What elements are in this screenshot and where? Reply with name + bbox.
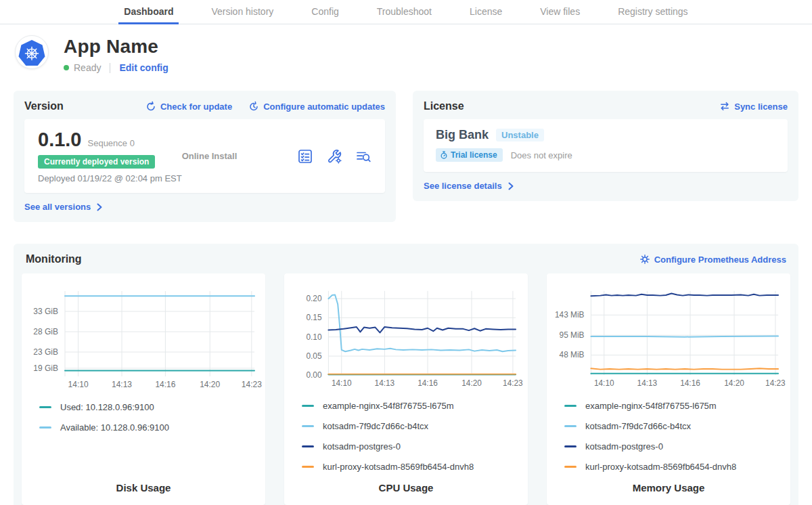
cpu-usage-chart: 14:1014:1314:1614:2014:230.200.150.100.0… [284,280,528,393]
sync-license-label: Sync license [734,102,788,112]
legend-swatch [39,426,51,429]
legend-swatch [39,406,51,408]
channel-badge: Unstable [496,129,544,141]
kubernetes-icon [16,36,48,68]
version-card-title: Version [24,100,64,112]
cpu-usage-legend: example-nginx-54f8f76755-l675mkotsadm-7f… [284,393,528,482]
memory-usage-legend: example-nginx-54f8f76755-l675mkotsadm-7f… [547,393,790,482]
legend-swatch [564,425,577,427]
chart-title-disk: Disk Usage [22,482,265,505]
deployed-timestamp: Deployed 01/19/22 @ 02:04 pm EST [38,173,182,183]
svg-text:48 MiB: 48 MiB [560,350,585,359]
app-header: App Name Ready Edit config [0,24,812,73]
legend-swatch [564,445,577,447]
legend-item: kurl-proxy-kotsadm-8569fb6454-dnvh8 [302,462,510,472]
see-all-versions-link[interactable]: See all versions [24,202,104,212]
edit-config-values-button[interactable] [326,148,342,164]
see-license-details-link[interactable]: See license details [424,181,515,191]
svg-text:33 GiB: 33 GiB [33,307,58,316]
legend-label: kotsadm-7f9dc7d66c-b4tcx [323,421,428,431]
chevron-right-icon [95,202,104,212]
svg-text:14:10: 14:10 [332,378,352,388]
svg-text:14:20: 14:20 [461,378,482,388]
sync-icon [719,101,730,112]
legend-item: kotsadm-7f9dc7d66c-b4tcx [564,421,773,431]
legend-label: example-nginx-54f8f76755-l675m [323,401,454,411]
tab-version-history[interactable]: Version history [206,0,279,24]
legend-item: example-nginx-54f8f76755-l675m [302,401,510,411]
svg-text:14:20: 14:20 [724,378,744,388]
legend-label: kurl-proxy-kotsadm-8569fb6454-dnvh8 [585,462,736,472]
configure-automatic-updates-label: Configure automatic updates [263,102,385,112]
chevron-right-icon [506,181,515,191]
disk-usage-chart: 14:1014:1314:1614:2014:2333 GiB28 GiB23 … [22,280,265,394]
legend-label: kotsadm-postgres-0 [323,441,401,452]
tab-dashboard[interactable]: Dashboard [118,0,179,24]
svg-text:14:23: 14:23 [242,380,262,389]
configure-prometheus-link[interactable]: Configure Prometheus Address [639,254,786,265]
wrench-gear-icon [326,148,342,164]
app-logo [15,35,49,69]
tab-view-files[interactable]: View files [535,0,585,24]
tab-troubleshoot[interactable]: Troubleshoot [371,0,437,24]
chart-title-cpu: CPU Usage [284,482,528,505]
sync-license-link[interactable]: Sync license [719,101,788,112]
charts-row: 14:1014:1314:1614:2014:2333 GiB28 GiB23 … [22,273,790,505]
tab-license[interactable]: License [464,0,508,24]
svg-text:23 GiB: 23 GiB [33,347,58,357]
svg-text:14:10: 14:10 [68,380,89,389]
svg-text:95 MiB: 95 MiB [560,330,585,340]
legend-item: Used: 10.128.0.96:9100 [39,402,248,412]
license-assignee: Big Bank [436,128,489,142]
lines-magnifier-icon [355,148,371,164]
trial-license-label: Trial license [451,150,497,160]
svg-text:0.15: 0.15 [306,313,321,322]
legend-item: kurl-proxy-kotsadm-8569fb6454-dnvh8 [564,462,773,472]
svg-text:28 GiB: 28 GiB [33,327,58,336]
view-diff-button[interactable] [355,148,371,164]
memory-usage-chart-card: 14:1014:1314:1614:2014:23143 MiB95 MiB48… [547,273,790,505]
legend-item: kotsadm-postgres-0 [564,441,773,452]
svg-text:0.00: 0.00 [306,370,321,380]
legend-label: example-nginx-54f8f76755-l675m [585,401,717,411]
legend-label: kurl-proxy-kotsadm-8569fb6454-dnvh8 [323,462,474,472]
svg-text:14:13: 14:13 [637,378,658,388]
legend-item: kotsadm-7f9dc7d66c-b4tcx [302,421,510,431]
monitoring-section: Monitoring Configure Prometheus Address … [14,244,798,505]
legend-item: kotsadm-postgres-0 [302,441,510,452]
cards-row: Version Check for update Configure autom… [0,91,812,222]
license-expiry: Does not expire [511,150,572,160]
chart-title-memory: Memory Usage [547,482,790,505]
svg-text:0.05: 0.05 [306,351,321,361]
svg-text:14:16: 14:16 [155,380,175,389]
legend-label: kotsadm-7f9dc7d66c-b4tcx [585,421,691,431]
trial-license-badge: Trial license [436,148,503,162]
memory-usage-chart: 14:1014:1314:1614:2014:23143 MiB95 MiB48… [547,280,790,393]
configure-automatic-updates-link[interactable]: Configure automatic updates [248,101,385,112]
tab-config[interactable]: Config [306,0,344,24]
clock-refresh-icon [248,101,259,112]
edit-config-link[interactable]: Edit config [119,62,168,73]
svg-text:14:16: 14:16 [680,378,700,388]
see-license-details-label: See license details [424,181,502,191]
check-for-update-link[interactable]: Check for update [145,101,232,112]
divider [110,63,110,73]
legend-swatch [302,405,314,407]
version-number: 0.1.0 [38,129,82,151]
tab-registry-settings[interactable]: Registry settings [612,0,693,24]
refresh-icon [145,101,156,112]
disk-usage-legend: Used: 10.128.0.96:9100Available: 10.128.… [22,394,265,443]
svg-text:14:23: 14:23 [765,378,786,388]
app-status-row: Ready Edit config [64,62,168,73]
check-for-update-label: Check for update [160,102,232,112]
legend-item: Available: 10.128.0.96:9100 [39,422,248,433]
version-card: Version Check for update Configure autom… [14,91,396,222]
top-nav: Dashboard Version history Config Trouble… [0,0,812,24]
preflight-checks-button[interactable] [297,148,313,164]
configure-prometheus-label: Configure Prometheus Address [654,255,786,265]
app-title: App Name [64,35,168,58]
disk-usage-chart-card: 14:1014:1314:1614:2014:2333 GiB28 GiB23 … [22,273,265,505]
legend-swatch [302,445,314,447]
gear-icon [639,254,650,265]
legend-item: example-nginx-54f8f76755-l675m [564,401,773,411]
